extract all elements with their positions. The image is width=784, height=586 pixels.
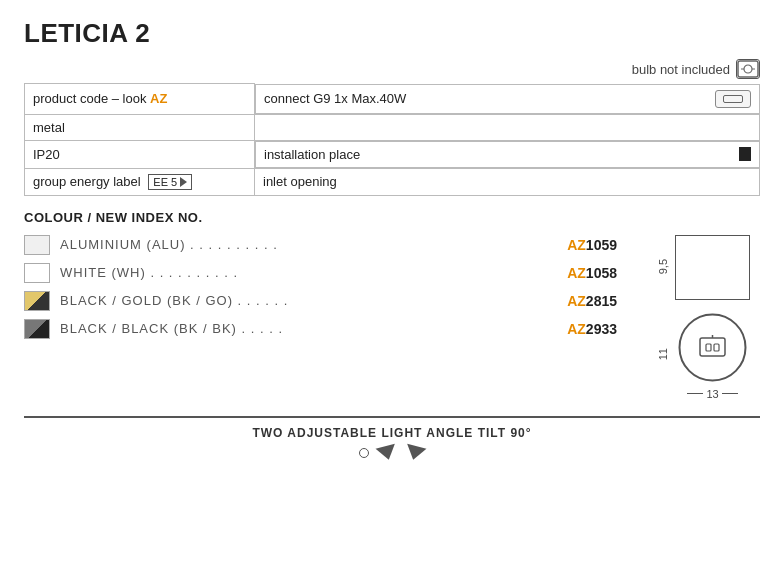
- spec-label-3: IP20: [25, 140, 255, 168]
- bottom-banner: TWO ADJUSTABLE LIGHT ANGLE TILT 90°: [24, 416, 760, 460]
- specs-table: product code – look AZ connect G9 1x Max…: [24, 83, 760, 196]
- colour-item-3: BLACK / BLACK (BK / BK) . . . . . AZ2933: [24, 319, 617, 339]
- circle-dot: [359, 448, 369, 458]
- svg-rect-5: [700, 338, 725, 356]
- spec-value-4: inlet opening: [255, 168, 760, 195]
- colour-section-title: COLOUR / NEW INDEX NO.: [24, 210, 760, 225]
- colour-name-0: ALUMINIUM (ALU) . . . . . . . . . .: [60, 237, 567, 252]
- colour-name-2: BLACK / GOLD (BK / GO) . . . . . .: [60, 293, 567, 308]
- arrows-row: [359, 446, 425, 460]
- swatch-white: [24, 263, 50, 283]
- rect-diagram: [675, 235, 750, 300]
- swatch-black: [24, 319, 50, 339]
- dim-h-label: 13: [675, 388, 750, 400]
- colour-name-1: WHITE (WH) . . . . . . . . . .: [60, 265, 567, 280]
- spec-row-2: metal: [25, 114, 760, 140]
- svg-rect-6: [706, 344, 711, 351]
- spec-label-4: group energy label EE 5: [25, 168, 255, 195]
- svg-point-4: [680, 314, 746, 380]
- spec-value-2: [255, 114, 760, 140]
- circle-diagram-wrap: 13: [675, 310, 750, 400]
- spec-label-1: product code – look AZ: [25, 84, 255, 115]
- svg-point-1: [744, 65, 752, 73]
- svg-rect-7: [714, 344, 719, 351]
- arrow-down-left: [376, 443, 399, 462]
- colour-item-0: ALUMINIUM (ALU) . . . . . . . . . . AZ10…: [24, 235, 617, 255]
- swatch-gold: [24, 291, 50, 311]
- connect-icon: [715, 90, 751, 108]
- colour-list: ALUMINIUM (ALU) . . . . . . . . . . AZ10…: [24, 235, 617, 400]
- diagrams-area: 9,5 11 13: [637, 235, 760, 400]
- spec-row-3: IP20 installation place: [25, 140, 760, 168]
- swatch-alum: [24, 235, 50, 255]
- rect-diagram-row: 9,5: [657, 235, 750, 300]
- colour-code-1: AZ1058: [567, 265, 617, 281]
- colour-item-1: WHITE (WH) . . . . . . . . . . AZ1058: [24, 263, 617, 283]
- spec-row-4: group energy label EE 5 inlet opening: [25, 168, 760, 195]
- spec-label-2: metal: [25, 114, 255, 140]
- colour-code-2: AZ2815: [567, 293, 617, 309]
- install-icon: [739, 147, 751, 161]
- bulb-note-row: bulb not included: [24, 59, 760, 79]
- colour-section: ALUMINIUM (ALU) . . . . . . . . . . AZ10…: [24, 235, 760, 400]
- bulb-icon: [736, 59, 760, 79]
- spec-value-1: connect G9 1x Max.40W: [255, 84, 760, 114]
- circle-diagram: [675, 310, 750, 385]
- banner-text: TWO ADJUSTABLE LIGHT ANGLE TILT 90°: [252, 426, 531, 440]
- dim-v2-label: 11: [657, 348, 669, 360]
- spec-value-3: installation place: [255, 141, 760, 168]
- bulb-note-text: bulb not included: [632, 62, 730, 77]
- colour-item-2: BLACK / GOLD (BK / GO) . . . . . . AZ281…: [24, 291, 617, 311]
- colour-code-0: AZ1059: [567, 237, 617, 253]
- spec-row-1: product code – look AZ connect G9 1x Max…: [25, 84, 760, 115]
- dim-v1-label: 9,5: [657, 259, 669, 274]
- circle-diagram-row: 11 13: [657, 310, 750, 400]
- page-title: LETICIA 2: [24, 18, 760, 49]
- colour-code-3: AZ2933: [567, 321, 617, 337]
- arrow-down-right: [404, 443, 427, 462]
- colour-name-3: BLACK / BLACK (BK / BK) . . . . .: [60, 321, 567, 336]
- energy-badge: EE 5: [148, 174, 192, 190]
